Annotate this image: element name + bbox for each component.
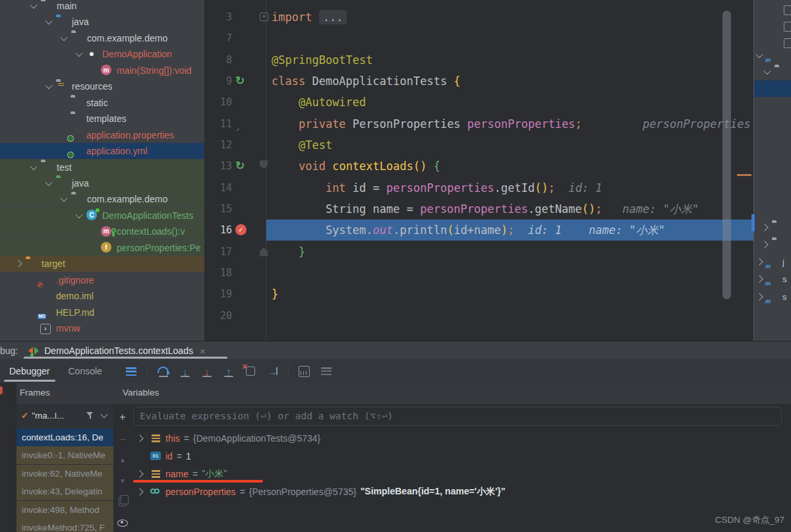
- maven-tree-item[interactable]: ms: [755, 271, 787, 287]
- code-line[interactable]: }: [266, 283, 753, 305]
- tab-console[interactable]: Console: [59, 359, 111, 383]
- thread-selector[interactable]: ✓ "ma...l...: [16, 404, 113, 427]
- code-line[interactable]: @Autowired: [266, 92, 753, 113]
- tree-item[interactable]: test: [0, 160, 204, 175]
- layout-menu-icon[interactable]: [123, 363, 139, 379]
- tree-item[interactable]: target: [0, 256, 204, 272]
- chevron-down-icon[interactable]: [60, 34, 67, 41]
- move-down-icon[interactable]: ▼: [113, 473, 132, 488]
- chevron-right-icon[interactable]: [761, 223, 768, 231]
- chevron-right-icon[interactable]: [136, 488, 143, 495]
- chevron-right-icon[interactable]: [755, 293, 763, 300]
- run-test-icon[interactable]: ↻: [235, 75, 245, 86]
- chevron-down-icon[interactable]: [75, 211, 82, 218]
- code-line[interactable]: @Test: [266, 134, 753, 156]
- toolbar-button-icon[interactable]: [784, 38, 791, 48]
- tree-item[interactable]: .gitignore: [0, 272, 204, 288]
- code-line[interactable]: [266, 262, 753, 283]
- code-line[interactable]: [266, 28, 753, 49]
- chevron-down-icon[interactable]: [100, 411, 107, 418]
- drop-frame-icon[interactable]: [243, 363, 258, 379]
- tree-item[interactable]: application.properties: [0, 127, 204, 143]
- spring-leaf-icon[interactable]: [235, 54, 238, 65]
- evaluate-expression-input[interactable]: Evaluate expression (⏎) or add a watch (…: [133, 407, 782, 426]
- chevron-right-icon[interactable]: [15, 260, 22, 268]
- code-line[interactable]: @SpringBootTest: [266, 49, 753, 71]
- maven-tree-item[interactable]: mj: [755, 254, 784, 270]
- force-step-into-icon[interactable]: ↓: [199, 363, 215, 379]
- move-up-icon[interactable]: ▲: [113, 452, 132, 467]
- variable-row[interactable]: 01id=1: [132, 447, 791, 465]
- maven-selected-row[interactable]: [754, 80, 791, 97]
- chevron-down-icon[interactable]: [30, 1, 37, 9]
- frame-row[interactable]: invoke:498, Method: [16, 501, 113, 519]
- evaluate-expression-icon[interactable]: [297, 363, 312, 379]
- step-out-icon[interactable]: ↑: [221, 363, 237, 379]
- code-line[interactable]: String name = personProperties.getName()…: [266, 198, 753, 220]
- tree-item[interactable]: demo.iml: [0, 288, 204, 304]
- view-settings-icon[interactable]: [318, 363, 334, 379]
- variable-row[interactable]: this={DemoApplicationTests@5734}: [132, 429, 791, 447]
- tree-item[interactable]: resources: [0, 78, 204, 94]
- chevron-down-icon[interactable]: [30, 162, 37, 169]
- variable-row[interactable]: personProperties={PersonProperties@5735}…: [132, 483, 791, 500]
- code-line[interactable]: [266, 305, 753, 326]
- chevron-down-icon[interactable]: [75, 49, 82, 57]
- maven-tree-item[interactable]: [761, 237, 788, 252]
- toolbar-button-icon[interactable]: [784, 5, 791, 15]
- code-line[interactable]: private PersonProperties personPropertie…: [266, 113, 753, 134]
- tree-item[interactable]: MDHELP.md: [0, 305, 204, 320]
- step-into-icon[interactable]: ↓: [177, 363, 193, 379]
- breakpoint-icon[interactable]: ✓: [235, 224, 247, 235]
- tree-item[interactable]: CDemoApplicationTests: [0, 208, 204, 223]
- code-line[interactable]: }: [266, 241, 753, 262]
- maven-tree-item[interactable]: m: [755, 47, 782, 63]
- tree-item[interactable]: application.yml: [0, 143, 204, 159]
- chevron-right-icon[interactable]: [755, 258, 763, 265]
- run-to-cursor-icon[interactable]: →: [264, 363, 280, 379]
- code-line[interactable]: int id = personProperties.getId(); id: 1: [266, 177, 753, 198]
- filter-icon[interactable]: [86, 412, 94, 419]
- chevron-right-icon[interactable]: [761, 241, 768, 248]
- tree-item[interactable]: ›mvnw: [0, 320, 204, 336]
- remove-watch-icon[interactable]: —: [113, 430, 132, 446]
- tree-item[interactable]: mmain(String[]):void: [0, 63, 204, 78]
- code-line[interactable]: System.out.println(id+name); id: 1 name:…: [266, 220, 753, 241]
- tree-item[interactable]: static: [0, 95, 204, 111]
- tree-item[interactable]: java: [0, 175, 204, 191]
- tree-item[interactable]: DemoApplication: [0, 46, 204, 62]
- frame-row[interactable]: invoke0:-1, NativeMe: [16, 446, 113, 464]
- run-test-icon[interactable]: ↻: [235, 160, 245, 171]
- tree-item[interactable]: templates: [0, 111, 204, 127]
- chevron-down-icon[interactable]: [45, 82, 52, 89]
- chevron-right-icon[interactable]: [136, 470, 143, 477]
- chevron-right-icon[interactable]: [755, 275, 763, 282]
- maven-tree-item[interactable]: [761, 220, 788, 235]
- close-icon[interactable]: ×: [200, 345, 206, 357]
- chevron-down-icon[interactable]: [755, 51, 763, 58]
- editor-panel[interactable]: 3+789↻1011→1213↻141516✓17181920 import .…: [204, 0, 753, 341]
- chevron-down-icon[interactable]: [45, 17, 52, 24]
- frame-row[interactable]: invoke:62, NativeMe: [16, 465, 113, 483]
- tree-item[interactable]: com.example.demo: [0, 30, 204, 46]
- maven-tree-item[interactable]: [763, 64, 790, 80]
- tree-item[interactable]: com.example.demo: [0, 191, 204, 207]
- chevron-down-icon[interactable]: [45, 179, 52, 186]
- add-watch-icon[interactable]: +: [113, 409, 132, 425]
- chevron-right-icon[interactable]: [136, 434, 143, 442]
- frame-row[interactable]: invokeMethod:725, F: [16, 519, 113, 532]
- duplicate-watch-icon[interactable]: [113, 494, 132, 510]
- code-line[interactable]: class DemoApplicationTests {: [266, 71, 753, 92]
- tree-item[interactable]: fpersonProperties:Pe: [0, 240, 204, 256]
- frame-row[interactable]: contextLoads:16, De: [16, 429, 113, 446]
- chevron-down-icon[interactable]: [60, 194, 67, 202]
- tab-debugger[interactable]: Debugger: [0, 359, 59, 383]
- code-line[interactable]: import ...: [266, 7, 753, 28]
- tree-item[interactable]: mcontextLoads():v: [0, 223, 204, 239]
- toolbar-button-icon[interactable]: [784, 22, 791, 32]
- editor-scrollbar[interactable]: [722, 11, 731, 299]
- tree-item[interactable]: java: [0, 14, 204, 30]
- spring-bean-icon[interactable]: →: [235, 118, 238, 129]
- chevron-down-icon[interactable]: [763, 67, 771, 74]
- frame-row[interactable]: invoke:43, Delegatin: [16, 483, 113, 500]
